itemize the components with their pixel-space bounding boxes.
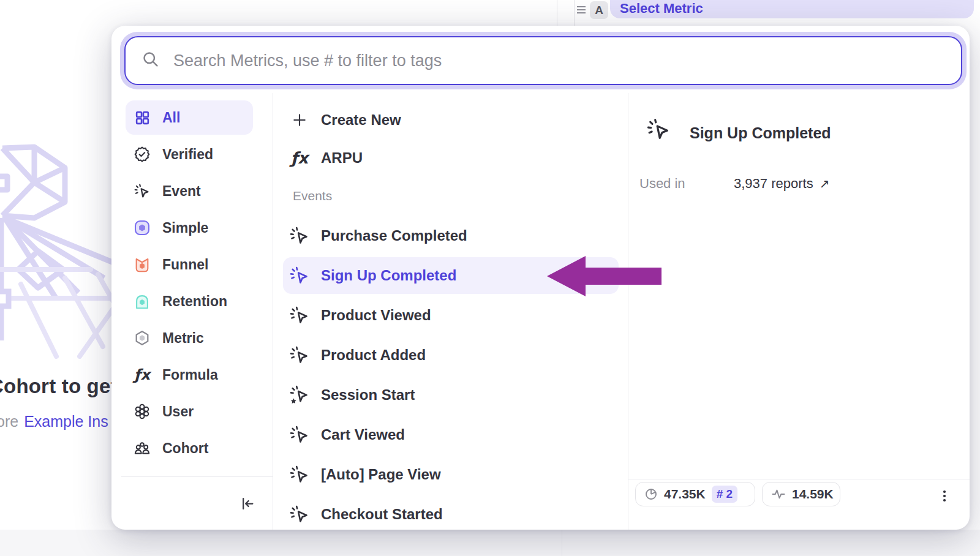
list-item-product-viewed[interactable]: Product Viewed bbox=[288, 298, 619, 332]
builder-column-divider bbox=[574, 0, 575, 26]
retention-icon bbox=[133, 292, 151, 310]
used-in-label: Used in bbox=[639, 175, 685, 192]
reports-link[interactable]: 3,937 reports ↗ bbox=[734, 175, 829, 192]
event-cursor-icon bbox=[288, 304, 311, 327]
sidebar-item-label: Simple bbox=[162, 220, 208, 236]
user-cluster-icon bbox=[133, 402, 151, 421]
sidebar-item-retention[interactable]: Retention bbox=[126, 284, 253, 318]
search-field[interactable] bbox=[124, 36, 962, 85]
list-item-label: Purchase Completed bbox=[321, 227, 467, 244]
event-cursor-icon bbox=[288, 224, 311, 247]
funnel-icon bbox=[133, 255, 151, 274]
background-subline: oreExample Ins bbox=[0, 413, 108, 430]
event-cursor-icon bbox=[647, 118, 671, 145]
list-item-product-added[interactable]: Product Added bbox=[288, 338, 619, 372]
create-new-label: Create New bbox=[321, 111, 401, 129]
list-item-auto-page-view[interactable]: [Auto] Page View bbox=[288, 457, 619, 492]
simple-icon bbox=[133, 219, 151, 237]
event-cursor-icon bbox=[288, 264, 311, 287]
sidebar-item-label: Event bbox=[162, 183, 201, 200]
sidebar-item-cohort[interactable]: Cohort bbox=[126, 431, 253, 465]
total-count-pill[interactable]: 47.35K # 2 bbox=[635, 482, 755, 506]
sidebar-footer-divider bbox=[121, 476, 273, 477]
pie-chart-icon bbox=[644, 487, 658, 501]
sidebar-item-label: Metric bbox=[162, 330, 204, 347]
list-item-label: Product Added bbox=[321, 347, 426, 364]
metric-row-badge: A bbox=[590, 1, 608, 19]
reports-count: 3,937 reports bbox=[734, 175, 813, 192]
metric-selector-dialog: All Verified Event Simple Funnel Retenti… bbox=[111, 26, 970, 530]
select-metric-button[interactable]: Select Metric bbox=[610, 0, 974, 18]
unique-count-pill[interactable]: 14.59K bbox=[762, 482, 840, 506]
sidebar-item-metric[interactable]: Metric bbox=[126, 321, 253, 355]
grid-icon bbox=[133, 108, 151, 127]
drag-handle-icon[interactable] bbox=[576, 6, 586, 17]
background-wireframe-illustration bbox=[0, 138, 123, 359]
list-item-label: Product Viewed bbox=[321, 307, 431, 324]
list-item-label: Sign Up Completed bbox=[321, 267, 456, 284]
list-item-arpu[interactable]: ƒx ARPU bbox=[288, 141, 619, 175]
rank-badge: # 2 bbox=[712, 486, 737, 503]
sidebar-item-funnel[interactable]: Funnel bbox=[126, 247, 253, 282]
stat-value: 14.59K bbox=[792, 487, 834, 502]
sidebar-item-event[interactable]: Event bbox=[126, 174, 253, 208]
stat-value: 47.35K bbox=[664, 487, 706, 502]
sidebar-item-label: All bbox=[162, 110, 180, 126]
sidebar-item-label: Verified bbox=[162, 146, 213, 163]
subline-prefix-fragment: ore bbox=[0, 413, 18, 430]
verified-badge-icon bbox=[133, 145, 151, 163]
more-options-button[interactable] bbox=[935, 486, 954, 506]
search-focus-ring bbox=[120, 32, 967, 89]
cohort-people-icon bbox=[133, 439, 151, 457]
detail-divider bbox=[628, 93, 628, 530]
builder-column-divider bbox=[562, 530, 562, 556]
event-cursor-icon bbox=[288, 344, 311, 367]
page-background bbox=[0, 530, 980, 556]
list-item-label: [Auto] Page View bbox=[321, 466, 441, 483]
sidebar-item-label: Cohort bbox=[162, 440, 208, 457]
formula-fx-icon: ƒx bbox=[133, 366, 151, 384]
formula-fx-icon: ƒx bbox=[288, 146, 311, 170]
sidebar-divider bbox=[273, 93, 273, 530]
sidebar-item-verified[interactable]: Verified bbox=[126, 137, 253, 171]
sidebar-item-user[interactable]: User bbox=[126, 394, 253, 429]
sidebar-item-label: Funnel bbox=[162, 257, 208, 273]
sidebar-item-simple[interactable]: Simple bbox=[126, 211, 253, 245]
list-item-sign-up-completed[interactable]: Sign Up Completed bbox=[288, 258, 619, 293]
list-item-label: Session Start bbox=[321, 386, 415, 404]
list-item-purchase-completed[interactable]: Purchase Completed bbox=[288, 219, 619, 253]
event-cursor-icon bbox=[288, 463, 311, 486]
search-icon bbox=[141, 50, 160, 71]
event-cursor-icon bbox=[288, 423, 311, 446]
list-item-label: Checkout Started bbox=[321, 506, 443, 523]
search-input[interactable] bbox=[173, 51, 961, 70]
list-item-label: Cart Viewed bbox=[321, 426, 405, 443]
plus-icon bbox=[288, 108, 311, 132]
select-metric-label: Select Metric bbox=[620, 1, 703, 17]
sidebar-item-formula[interactable]: ƒx Formula bbox=[126, 358, 253, 392]
create-new-button[interactable]: Create New bbox=[288, 103, 619, 137]
sidebar-item-label: Retention bbox=[162, 293, 227, 310]
event-cursor-star-icon bbox=[288, 383, 311, 407]
external-arrow-icon: ↗ bbox=[820, 175, 830, 192]
event-cursor-icon bbox=[133, 182, 151, 200]
detail-title: Sign Up Completed bbox=[690, 121, 831, 145]
list-item-checkout-started[interactable]: Checkout Started bbox=[288, 497, 619, 530]
event-cursor-icon bbox=[288, 503, 311, 526]
pulse-icon bbox=[771, 487, 786, 502]
metric-hexagon-icon bbox=[133, 329, 151, 347]
sidebar-item-label: User bbox=[162, 404, 194, 420]
list-item-session-start[interactable]: Session Start bbox=[288, 378, 619, 412]
list-item-cart-viewed[interactable]: Cart Viewed bbox=[288, 418, 619, 452]
sidebar-item-label: Formula bbox=[162, 367, 218, 383]
example-insights-link[interactable]: Example Ins bbox=[24, 413, 108, 430]
builder-column-divider bbox=[557, 0, 557, 26]
sidebar-item-all[interactable]: All bbox=[126, 100, 253, 135]
collapse-left-icon bbox=[239, 495, 256, 512]
events-section-header: Events bbox=[293, 189, 332, 203]
list-item-label: ARPU bbox=[321, 149, 363, 167]
detail-footer-divider bbox=[628, 479, 970, 479]
collapse-sidebar-button[interactable] bbox=[235, 491, 260, 516]
kebab-menu-icon bbox=[937, 489, 952, 503]
